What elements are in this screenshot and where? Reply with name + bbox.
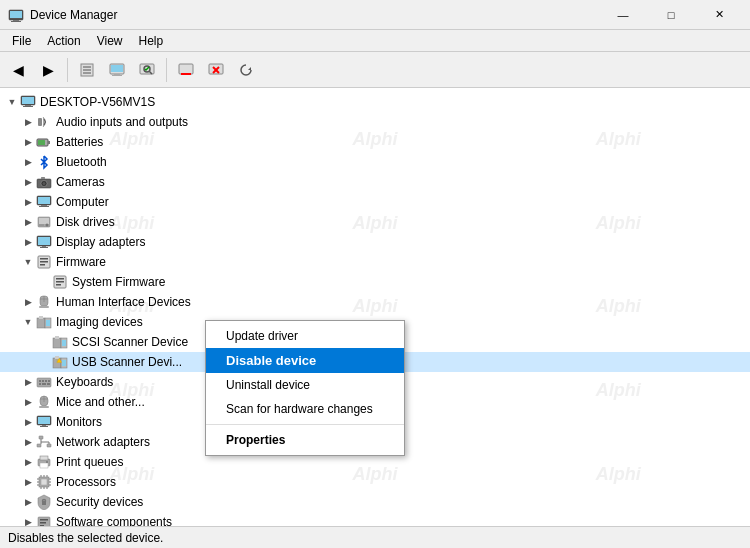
svg-rect-24 [23,106,33,107]
device-tree[interactable]: AlphiAlphiAlphi AlphiAlphiAlphi AlphiAlp… [0,88,750,526]
tree-item-audio[interactable]: ▶ Audio inputs and outputs [0,112,750,132]
toolbar-sep-2 [166,58,167,82]
tree-item-display[interactable]: ▶ Display adapters [0,232,750,252]
expand-icon-display[interactable]: ▶ [20,234,36,250]
audio-label: Audio inputs and outputs [56,115,188,129]
tree-item-disk[interactable]: ▶ Disk drives [0,212,750,232]
tree-item-security[interactable]: ▶ Security devices [0,492,750,512]
svg-rect-116 [40,525,44,526]
tree-item-bluetooth[interactable]: ▶ Bluetooth [0,152,750,172]
svg-rect-84 [38,417,50,424]
svg-rect-74 [45,380,47,382]
expand-icon-network[interactable]: ▶ [20,434,36,450]
svg-rect-60 [46,320,50,326]
svg-rect-73 [42,380,44,382]
processors-icon [36,474,52,490]
back-button[interactable]: ◀ [4,56,32,84]
svg-rect-85 [42,425,46,426]
svg-rect-87 [39,436,43,439]
ctx-disable-device[interactable]: Disable device [206,348,404,373]
remove-button[interactable] [202,56,230,84]
svg-point-96 [46,461,48,463]
device-button[interactable] [103,56,131,84]
disk-icon [36,214,52,230]
properties-button[interactable] [73,56,101,84]
expand-icon-audio[interactable]: ▶ [20,114,36,130]
expand-icon-batteries[interactable]: ▶ [20,134,36,150]
tree-item-firmware[interactable]: ▼ Firmware [0,252,750,272]
close-button[interactable]: ✕ [696,0,742,30]
cameras-label: Cameras [56,175,105,189]
status-text: Disables the selected device. [8,531,163,545]
expand-icon-print[interactable]: ▶ [20,454,36,470]
expand-icon-monitors[interactable]: ▶ [20,414,36,430]
tree-item-cameras[interactable]: ▶ Cameras [0,172,750,192]
print-label: Print queues [56,455,123,469]
security-label: Security devices [56,495,143,509]
tree-item-processors[interactable]: ▶ Proces [0,472,750,492]
network-icon [36,434,52,450]
minimize-button[interactable]: — [600,0,646,30]
ctx-properties[interactable]: Properties [206,428,404,452]
menu-action[interactable]: Action [39,32,88,50]
svg-rect-94 [40,456,48,460]
menu-file[interactable]: File [4,32,39,50]
expand-icon-processors[interactable]: ▶ [20,474,36,490]
expand-icon-security[interactable]: ▶ [20,494,36,510]
svg-rect-48 [40,264,45,266]
ctx-update-driver[interactable]: Update driver [206,324,404,348]
svg-rect-52 [56,284,61,286]
svg-rect-64 [62,340,66,346]
ctx-separator [206,424,404,425]
svg-rect-71 [37,378,51,387]
expand-icon-firmware[interactable]: ▼ [20,254,36,270]
firmware-label: Firmware [56,255,106,269]
menu-view[interactable]: View [89,32,131,50]
expand-icon-imaging[interactable]: ▼ [20,314,36,330]
expand-icon-cameras[interactable]: ▶ [20,174,36,190]
toolbar-sep-1 [67,58,68,82]
tree-item-softwarecomponents[interactable]: ▶ Software components [0,512,750,526]
batteries-label: Batteries [56,135,103,149]
usbscanner-label: USB Scanner Devi... [72,355,182,369]
expand-icon-bluetooth[interactable]: ▶ [20,154,36,170]
maximize-button[interactable]: □ [648,0,694,30]
tree-item-batteries[interactable]: ▶ Batteries [0,132,750,152]
expand-icon-hid[interactable]: ▶ [20,294,36,310]
scan-button[interactable] [133,56,161,84]
softwarecomponents-icon [36,514,52,526]
tree-item-hid[interactable]: ▶ Human Interface Devices [0,292,750,312]
expand-icon-root[interactable]: ▼ [4,94,20,110]
expand-icon-mice[interactable]: ▶ [20,394,36,410]
tree-item-computer[interactable]: ▶ Computer [0,192,750,212]
svg-rect-11 [112,75,122,76]
mice-icon [36,394,52,410]
expand-icon-disk[interactable]: ▶ [20,214,36,230]
expand-icon-computer[interactable]: ▶ [20,194,36,210]
svg-rect-98 [41,479,47,485]
ctx-uninstall-device[interactable]: Uninstall device [206,373,404,397]
svg-rect-78 [47,383,50,385]
menu-help[interactable]: Help [131,32,172,50]
forward-button[interactable]: ▶ [34,56,62,84]
disable-button[interactable] [172,56,200,84]
svg-rect-47 [40,261,48,263]
firmware-icon [36,254,52,270]
svg-rect-3 [11,21,21,22]
expand-icon-keyboards[interactable]: ▶ [20,374,36,390]
svg-rect-38 [39,218,49,224]
tree-root[interactable]: ▼ DESKTOP-V56MV1S [0,92,750,112]
ctx-scan-hardware[interactable]: Scan for hardware changes [206,397,404,421]
tree-item-systemfirmware[interactable]: System Firmware [0,272,750,292]
refresh-button[interactable] [232,56,260,84]
svg-rect-28 [38,140,45,145]
svg-rect-46 [40,258,48,260]
security-icon [36,494,52,510]
svg-rect-36 [39,206,49,207]
expand-icon-softwarecomponents[interactable]: ▶ [20,514,36,526]
svg-rect-35 [41,205,47,206]
svg-rect-22 [22,97,34,104]
svg-rect-62 [55,336,59,339]
context-menu: Update driver Disable device Uninstall d… [205,320,405,456]
svg-rect-86 [40,426,48,427]
